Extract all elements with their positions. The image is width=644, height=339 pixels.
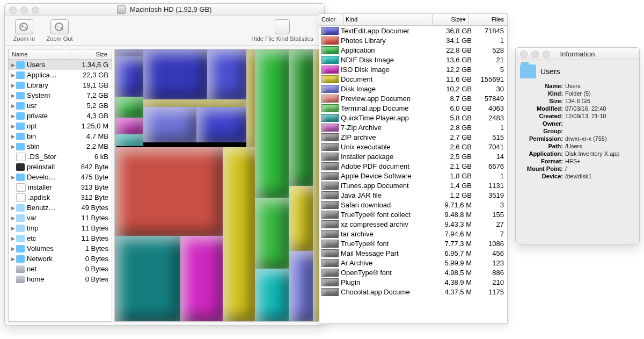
file-row[interactable]: ▶sbin2,2 MB — [9, 141, 112, 152]
file-row[interactable]: ▶private4,3 GB — [9, 111, 112, 121]
disclosure-icon[interactable]: ▶ — [10, 83, 16, 88]
file-row[interactable]: ▶System7,2 GB — [9, 90, 112, 100]
kind-row[interactable]: Plugin4.38,9 M210 — [319, 277, 507, 287]
kind-row[interactable]: xz compressed archiv9.43,3 M27 — [319, 219, 507, 229]
file-row[interactable]: ▶Benutz…49 Bytes — [9, 203, 112, 213]
treemap-block[interactable] — [289, 251, 313, 321]
kind-row[interactable]: TrueType® font7.77,3 M1086 — [319, 239, 507, 248]
kind-row[interactable]: Chocolat.app Docume4.37,5 M1175 — [319, 287, 507, 297]
disclosure-icon[interactable]: ▶ — [10, 134, 16, 139]
main-titlebar[interactable]: Macintosh HD (1.92,9 GB) — [5, 4, 324, 16]
treemap-block[interactable] — [289, 186, 313, 251]
disclosure-icon[interactable]: ▶ — [10, 93, 16, 98]
kind-row[interactable]: QuickTime Player.app5,8 GB2483 — [319, 113, 507, 122]
file-row[interactable]: .apdisk312 Byte — [9, 192, 112, 203]
hide-stats-button[interactable]: Hide File Kind Statistics — [245, 19, 320, 42]
treemap-block[interactable] — [255, 49, 289, 198]
traffic-lights-info[interactable] — [520, 51, 550, 58]
file-row[interactable]: ▶bin4,7 MB — [9, 131, 112, 141]
file-row[interactable]: ▶Volumes1 Bytes — [9, 243, 112, 254]
zoom-in-button[interactable]: + Zoom In — [9, 19, 39, 42]
treemap-block[interactable] — [115, 134, 143, 146]
minimize-icon[interactable] — [20, 6, 28, 14]
file-row[interactable]: preinstall842 Byte — [9, 162, 112, 172]
zoom-icon[interactable] — [543, 51, 550, 58]
file-row[interactable]: ▶usr5,2 GB — [9, 100, 112, 111]
treemap-block[interactable] — [255, 269, 289, 321]
col-files[interactable]: Files — [469, 14, 507, 25]
kind-row[interactable]: Safari download9.71,6 M3 — [319, 200, 507, 210]
disclosure-icon[interactable]: ▶ — [10, 226, 16, 231]
file-row[interactable]: ▶Users1.34,6 G — [9, 60, 112, 70]
file-row[interactable]: ▶Develo…475 Byte — [9, 172, 112, 182]
col-size[interactable]: Size — [70, 49, 112, 59]
info-titlebar[interactable]: Information — [516, 48, 639, 60]
treemap-block[interactable] — [115, 236, 180, 321]
disclosure-icon[interactable]: ▶ — [10, 246, 16, 251]
file-row[interactable]: home0 Bytes — [9, 274, 112, 284]
treemap[interactable] — [114, 49, 321, 322]
kind-row[interactable]: Installer package2,5 GB14 — [319, 152, 507, 161]
disclosure-icon[interactable]: ▶ — [10, 236, 16, 241]
kind-row[interactable]: Preview.app Documen8,7 GB57849 — [319, 93, 507, 103]
file-row[interactable]: net0 Bytes — [9, 264, 112, 274]
kind-row[interactable]: Adobe PDF document2,1 GB6676 — [319, 161, 507, 171]
kind-row[interactable]: Unix executable2,6 GB7041 — [319, 142, 507, 152]
treemap-block[interactable] — [289, 49, 313, 186]
treemap-block[interactable] — [115, 97, 143, 118]
kind-row[interactable]: Photos Library34,1 GB1 — [319, 35, 507, 45]
disclosure-icon[interactable]: ▶ — [10, 103, 16, 109]
col-name[interactable]: Name — [9, 49, 70, 59]
kind-row[interactable]: ISO Disk Image12,2 GB5 — [319, 64, 507, 74]
traffic-lights[interactable] — [9, 6, 39, 14]
disclosure-icon[interactable]: ▶ — [10, 205, 16, 211]
treemap-block[interactable] — [115, 49, 143, 56]
col-color[interactable]: Color — [319, 14, 343, 25]
file-row[interactable]: ▶Library19,1 GB — [9, 80, 112, 90]
col-kind[interactable]: Kind — [343, 14, 433, 25]
zoom-out-button[interactable]: − Zoom Out — [45, 19, 75, 42]
zoom-icon[interactable] — [32, 6, 39, 14]
kind-row[interactable]: TextEdit.app Documer36,8 GB71845 — [319, 26, 507, 35]
disclosure-icon[interactable]: ▶ — [10, 215, 16, 221]
treemap-block[interactable] — [143, 99, 246, 107]
col-size-kinds[interactable]: Size▾ — [433, 14, 469, 25]
file-row[interactable]: ▶Applica…22,3 GB — [9, 70, 112, 80]
kind-row[interactable]: tar archive7.94,6 M7 — [319, 229, 507, 239]
treemap-block[interactable] — [143, 107, 196, 142]
kind-headers[interactable]: Color Kind Size▾ Files — [319, 14, 507, 26]
kind-row[interactable]: iTunes.app Document1,4 GB1131 — [319, 181, 507, 190]
kind-row[interactable]: Ar Archive5.99,9 M123 — [319, 258, 507, 268]
treemap-block[interactable] — [196, 107, 246, 142]
disclosure-icon[interactable]: ▶ — [10, 256, 16, 262]
kind-row[interactable]: ZIP archive2,7 GB515 — [319, 132, 507, 142]
disclosure-icon[interactable]: ▶ — [10, 144, 16, 149]
kind-row[interactable]: Terminal.app Docume6,0 GB4063 — [319, 103, 507, 113]
treemap-block[interactable] — [223, 147, 254, 321]
file-row[interactable]: ▶var11 Bytes — [9, 213, 112, 223]
kind-row[interactable]: NDIF Disk Image13,6 GB21 — [319, 55, 507, 64]
kind-row[interactable]: Mail Message Part6.95,7 M456 — [319, 248, 507, 258]
close-icon[interactable] — [9, 6, 17, 14]
file-row[interactable]: installer313 Byte — [9, 182, 112, 192]
kind-row[interactable]: OpenType® font4.98,5 M886 — [319, 268, 507, 277]
treemap-block[interactable] — [180, 236, 223, 321]
treemap-block[interactable] — [246, 49, 255, 147]
kind-row[interactable]: Apple Device Software1,8 GB1 — [319, 171, 507, 181]
kind-row[interactable]: Document11,6 GB155691 — [319, 74, 507, 84]
treemap-block[interactable] — [207, 49, 246, 99]
file-list-headers[interactable]: Name Size — [9, 49, 112, 60]
treemap-block[interactable] — [115, 147, 223, 236]
kind-row[interactable]: TrueType® font collect9.48,8 M155 — [319, 210, 507, 219]
kind-row[interactable]: Disk Image10,2 GB30 — [319, 84, 507, 93]
file-row[interactable]: .DS_Stor6 kB — [9, 152, 112, 162]
kind-drawer[interactable]: Color Kind Size▾ Files TextEdit.app Docu… — [319, 13, 508, 324]
close-icon[interactable] — [520, 51, 528, 58]
file-row[interactable]: ▶Network0 Bytes — [9, 254, 112, 264]
disclosure-icon[interactable]: ▶ — [10, 175, 16, 180]
treemap-block[interactable] — [115, 56, 143, 97]
disclosure-icon[interactable]: ▶ — [10, 124, 16, 129]
disclosure-icon[interactable]: ▶ — [10, 62, 16, 68]
file-row[interactable]: ▶etc11 Bytes — [9, 233, 112, 243]
file-row[interactable]: ▶tmp11 Bytes — [9, 223, 112, 233]
